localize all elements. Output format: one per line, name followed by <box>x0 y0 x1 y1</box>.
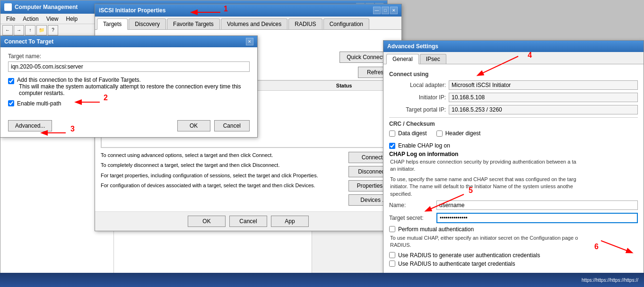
menu-help[interactable]: Help <box>62 15 82 23</box>
radius2-label: Use RADIUS to authenticate target creden… <box>398 261 515 267</box>
action-section: To connect using advanced options, selec… <box>101 152 396 206</box>
checkbox2-label: Enable multi-path <box>17 100 61 107</box>
initiator-ip-row: Initiator IP: 10.168.5.108 <box>389 93 638 102</box>
checkbox1[interactable] <box>8 78 14 84</box>
header-digest-label: Header digest <box>445 130 481 137</box>
header-digest-checkbox[interactable] <box>436 130 443 137</box>
dialog-footer: Advanced... 3 OK Cancel <box>0 116 257 137</box>
data-digest-row: Data digest <box>389 130 427 137</box>
checkbox1-label: Add this connection to the list of Favor… <box>17 77 250 83</box>
checkbox2-enable-multipath[interactable] <box>8 100 14 106</box>
taskbar-url: https://https://https://https:// <box>582 278 642 283</box>
menu-file[interactable]: File <box>2 15 19 23</box>
local-adapter-label: Local adapter: <box>389 82 446 88</box>
iscsi-apply-btn[interactable]: App <box>271 216 309 227</box>
iscsi-restore[interactable]: □ <box>382 7 389 14</box>
iscsi-title: iSCSI Initiator Properties <box>99 7 165 14</box>
tab-volumes-devices[interactable]: Volumes and Devices <box>221 18 287 29</box>
name-input[interactable] <box>436 200 638 210</box>
adv-tab-ipsec[interactable]: IPsec <box>420 54 446 64</box>
data-digest-checkbox[interactable] <box>389 130 395 137</box>
radius1-checkbox[interactable] <box>389 252 395 258</box>
tab-favorite-targets[interactable]: Favorite Targets <box>167 18 220 29</box>
iscsi-titlebar: iSCSI Initiator Properties — □ ✕ <box>95 4 401 17</box>
chap-desc-1: CHAP helps ensure connection security by… <box>389 158 638 173</box>
toolbar-help[interactable]: ? <box>48 25 58 35</box>
crc-checkboxes: Data digest Header digest <box>389 130 638 139</box>
crc-section-title: CRC / Checksum <box>389 121 638 127</box>
enable-chap-row: Enable CHAP log on <box>389 142 638 149</box>
cm-title: Computer Management <box>15 4 78 10</box>
initiator-ip-value: 10.168.5.108 <box>449 93 638 102</box>
adv-titlebar: Advanced Settings <box>383 41 644 52</box>
dialog-body: Target name: Add this connection to the … <box>0 47 257 116</box>
mutual-auth-label: Perform mutual authentication <box>398 226 474 233</box>
col-status: Status <box>296 83 392 88</box>
toolbar-forward[interactable]: → <box>14 25 24 35</box>
tab-discovery[interactable]: Discovery <box>129 18 166 29</box>
target-portal-ip-value: 10.168.5.253 / 3260 <box>449 105 638 114</box>
toolbar-up[interactable]: ↑ <box>25 25 35 35</box>
desc-row-4: For configuration of devices associated … <box>101 182 343 189</box>
iscsi-ok-btn[interactable]: OK <box>188 216 226 227</box>
dialog-cancel-btn[interactable]: Cancel <box>214 120 250 131</box>
target-portal-ip-label: Target portal IP: <box>389 106 446 113</box>
adv-tabs: General IPsec <box>383 52 644 64</box>
iscsi-minimize[interactable]: — <box>373 7 381 14</box>
tab-configuration[interactable]: Configuration <box>323 18 369 29</box>
menu-view[interactable]: View <box>43 15 62 23</box>
target-portal-ip-row: Target portal IP: 10.168.5.253 / 3260 <box>389 105 638 114</box>
toolbar-folder[interactable]: 📁 <box>36 25 47 35</box>
target-secret-row: Target secret: <box>389 213 638 223</box>
enable-chap-checkbox[interactable] <box>389 143 395 149</box>
adv-body: Connect using Local adapter: Microsoft i… <box>383 64 644 274</box>
dialog-title: Connect To Target <box>4 38 53 45</box>
target-name-input[interactable] <box>8 61 250 72</box>
connect-using-title: Connect using <box>389 71 638 78</box>
data-digest-label: Data digest <box>398 130 427 137</box>
tab-radius[interactable]: RADIUS <box>288 18 322 29</box>
annotation-3: 3 <box>70 125 75 133</box>
adv-tab-general[interactable]: General <box>386 54 419 64</box>
menu-action[interactable]: Action <box>19 15 42 23</box>
dialog-titlebar: Connect To Target ✕ <box>0 36 257 47</box>
radius2-checkbox[interactable] <box>389 261 395 267</box>
target-secret-input[interactable] <box>436 213 638 223</box>
dialog-close-btn[interactable]: ✕ <box>246 38 253 45</box>
desc-row-3: For target properties, including configu… <box>101 172 343 179</box>
header-digest-row: Header digest <box>436 130 481 137</box>
radius1-label: Use RADIUS to generate user authenticati… <box>398 252 540 259</box>
name-label: Name: <box>389 202 436 209</box>
desc-text-3: For target properties, including configu… <box>101 172 343 179</box>
iscsi-footer: OK Cancel App <box>95 211 401 231</box>
iscsi-cancel-btn[interactable]: Cancel <box>229 216 267 227</box>
iscsi-tabs: Targets Discovery Favorite Targets Volum… <box>95 17 401 30</box>
tab-targets[interactable]: Targets <box>97 18 128 30</box>
advanced-btn[interactable]: Advanced... <box>8 120 52 131</box>
desc-text-2: To completely disconnect a target, selec… <box>101 162 343 169</box>
iscsi-close[interactable]: ✕ <box>390 7 398 14</box>
target-name-label: Target name: <box>8 53 250 60</box>
checkbox1-text: Add this connection to the list of Favor… <box>17 77 250 96</box>
desc-row-1: To connect using advanced options, selec… <box>101 152 343 159</box>
connect-dialog: Connect To Target ✕ Target name: Add thi… <box>0 35 258 138</box>
taskbar: https://https://https://https:// <box>0 273 644 287</box>
toolbar-back[interactable]: ← <box>2 25 13 35</box>
advanced-settings-window: Advanced Settings 4 General IPsec Connec… <box>383 40 644 274</box>
checkbox1-sublabel: This will make the system automatically … <box>19 83 250 96</box>
enable-chap-label: Enable CHAP log on <box>398 142 450 149</box>
local-adapter-row: Local adapter: Microsoft iSCSI Initiator <box>389 80 638 90</box>
checkbox1-row: Add this connection to the list of Favor… <box>8 77 250 96</box>
mutual-auth-checkbox[interactable] <box>389 226 395 232</box>
mutual-auth-row: Perform mutual authentication <box>389 226 638 233</box>
dialog-ok-btn[interactable]: OK <box>177 120 210 131</box>
target-secret-label: Target secret: <box>389 215 436 221</box>
desc-text-1: To connect using advanced options, selec… <box>101 152 343 159</box>
name-row: Name: <box>389 200 638 210</box>
radius1-row: Use RADIUS to generate user authenticati… <box>389 252 638 259</box>
chap-log-on-info: CHAP Log on information <box>389 151 638 157</box>
chap-desc-2: To use, specify the same name and CHAP s… <box>389 176 638 198</box>
descriptions: To connect using advanced options, selec… <box>101 152 343 206</box>
adv-title: Advanced Settings <box>387 43 438 50</box>
local-adapter-value: Microsoft iSCSI Initiator <box>449 80 638 90</box>
